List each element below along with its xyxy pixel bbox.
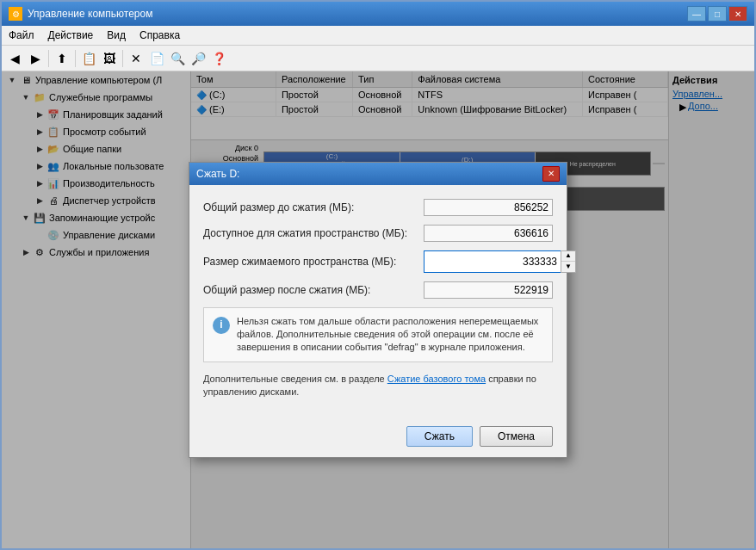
- link-paragraph: Дополнительные сведения см. в разделе Сж…: [203, 373, 553, 399]
- menu-help[interactable]: Справка: [133, 28, 187, 43]
- forward-button[interactable]: ▶: [26, 49, 45, 68]
- window-title: Управление компьютером: [28, 8, 152, 20]
- form-input-wrap-2: ▲ ▼: [424, 250, 553, 273]
- form-row-2: Размер сжимаемого пространства (МБ): ▲ ▼: [203, 250, 553, 273]
- spin-down-button[interactable]: ▼: [561, 262, 575, 272]
- form-label-3: Общий размер после сжатия (МБ):: [203, 284, 424, 296]
- new-window-button[interactable]: 🖼: [100, 49, 119, 68]
- help-button[interactable]: ❓: [209, 49, 228, 68]
- minimize-button[interactable]: —: [687, 6, 706, 22]
- refresh-button[interactable]: 🔍: [168, 49, 187, 68]
- form-label-0: Общий размер до сжатия (МБ):: [203, 201, 424, 213]
- window-controls: — □ ✕: [687, 6, 747, 22]
- toolbar-sep-1: [48, 50, 49, 67]
- menu-bar: Файл Действие Вид Справка: [2, 26, 754, 46]
- link-prefix: Дополнительные сведения см. в разделе: [203, 374, 387, 384]
- modal-overlay: Сжать D: ✕ Общий размер до сжатия (МБ): …: [2, 71, 754, 548]
- form-value-1: 636616: [424, 225, 553, 242]
- app-icon: ⚙: [9, 7, 22, 21]
- toolbar: ◀ ▶ ⬆ 📋 🖼 ✕ 📄 🔍 🔎 ❓: [2, 46, 754, 71]
- menu-action[interactable]: Действие: [41, 28, 101, 43]
- spinner-buttons: ▲ ▼: [561, 250, 576, 273]
- up-button[interactable]: ⬆: [53, 49, 71, 68]
- form-row-0: Общий размер до сжатия (МБ): 856252: [203, 199, 553, 216]
- title-bar: ⚙ Управление компьютером — □ ✕: [2, 2, 754, 26]
- properties-button[interactable]: 📄: [147, 49, 166, 68]
- shrink-confirm-button[interactable]: Сжать: [406, 426, 473, 447]
- modal-close-button[interactable]: ✕: [542, 166, 560, 182]
- toolbar-sep-3: [122, 50, 123, 67]
- main-area: ▼ 🖥 Управление компьютером (Л ▼ 📁 Служеб…: [2, 71, 754, 548]
- modal-title-bar: Сжать D: ✕: [189, 163, 567, 185]
- info-box: i Нельзя сжать том дальше области распол…: [203, 307, 553, 362]
- maximize-button[interactable]: □: [708, 6, 727, 22]
- shrink-cancel-button[interactable]: Отмена: [480, 426, 553, 447]
- toolbar-sep-2: [75, 50, 76, 67]
- form-row-1: Доступное для сжатия пространство (МБ): …: [203, 225, 553, 242]
- info-icon: i: [213, 317, 230, 334]
- close-button[interactable]: ✕: [728, 6, 747, 22]
- form-value-0: 856252: [424, 199, 553, 216]
- menu-view[interactable]: Вид: [100, 28, 133, 43]
- back-button[interactable]: ◀: [5, 49, 24, 68]
- form-value-3: 522919: [424, 281, 553, 299]
- spin-up-button[interactable]: ▲: [561, 251, 575, 262]
- show-hide-button[interactable]: 📋: [79, 49, 98, 68]
- export-button[interactable]: 🔎: [189, 49, 208, 68]
- shrink-size-input[interactable]: [424, 250, 561, 273]
- modal-footer: Сжать Отмена: [189, 419, 567, 457]
- menu-file[interactable]: Файл: [2, 28, 41, 43]
- form-label-2: Размер сжимаемого пространства (МБ):: [203, 256, 424, 268]
- modal-dialog: Сжать D: ✕ Общий размер до сжатия (МБ): …: [189, 162, 567, 459]
- form-row-3: Общий размер после сжатия (МБ): 522919: [203, 281, 553, 299]
- info-text: Нельзя сжать том дальше области располож…: [237, 315, 543, 355]
- modal-body: Общий размер до сжатия (МБ): 856252 Дост…: [189, 185, 567, 420]
- delete-button[interactable]: ✕: [127, 49, 146, 68]
- modal-title: Сжать D:: [196, 168, 239, 180]
- form-label-1: Доступное для сжатия пространство (МБ):: [203, 227, 424, 239]
- shrink-link[interactable]: Сжатие базового тома: [387, 374, 486, 384]
